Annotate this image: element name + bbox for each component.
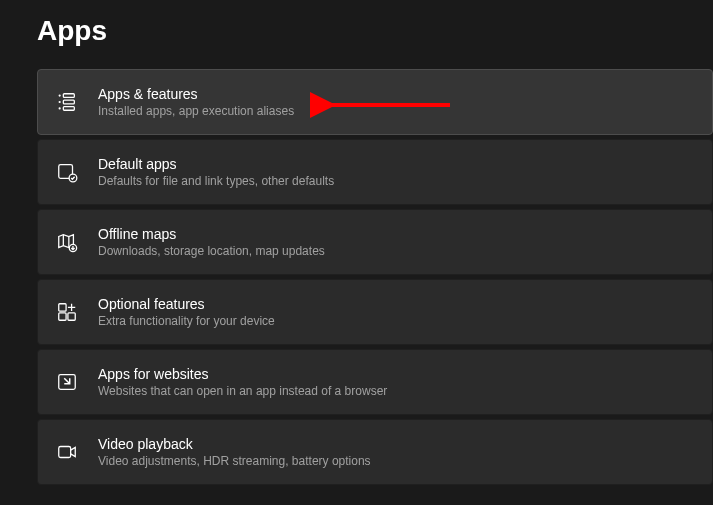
item-subtitle: Video adjustments, HDR streaming, batter… bbox=[98, 454, 371, 468]
item-subtitle: Defaults for file and link types, other … bbox=[98, 174, 334, 188]
item-subtitle: Websites that can open in an app instead… bbox=[98, 384, 387, 398]
item-offline-maps[interactable]: Offline maps Downloads, storage location… bbox=[37, 209, 713, 275]
svg-point-1 bbox=[59, 101, 61, 103]
item-optional-features[interactable]: Optional features Extra functionality fo… bbox=[37, 279, 713, 345]
item-apps-for-websites[interactable]: Apps for websites Websites that can open… bbox=[37, 349, 713, 415]
item-title: Apps & features bbox=[98, 86, 294, 102]
item-title: Optional features bbox=[98, 296, 275, 312]
default-apps-icon bbox=[56, 161, 78, 183]
settings-list: Apps & features Installed apps, app exec… bbox=[0, 47, 713, 485]
item-title: Video playback bbox=[98, 436, 371, 452]
page-title: Apps bbox=[0, 0, 713, 47]
item-video-playback[interactable]: Video playback Video adjustments, HDR st… bbox=[37, 419, 713, 485]
svg-rect-5 bbox=[63, 107, 74, 111]
item-subtitle: Downloads, storage location, map updates bbox=[98, 244, 325, 258]
offline-maps-icon bbox=[56, 231, 78, 253]
item-subtitle: Installed apps, app execution aliases bbox=[98, 104, 294, 118]
apps-for-websites-icon bbox=[56, 371, 78, 393]
video-playback-icon bbox=[56, 441, 78, 463]
svg-rect-4 bbox=[63, 100, 74, 104]
svg-rect-11 bbox=[68, 313, 75, 320]
svg-rect-9 bbox=[59, 304, 66, 311]
item-title: Default apps bbox=[98, 156, 334, 172]
svg-rect-13 bbox=[59, 447, 71, 458]
svg-point-0 bbox=[59, 94, 61, 96]
item-title: Apps for websites bbox=[98, 366, 387, 382]
svg-point-2 bbox=[59, 107, 61, 109]
item-default-apps[interactable]: Default apps Defaults for file and link … bbox=[37, 139, 713, 205]
svg-rect-10 bbox=[59, 313, 66, 320]
item-title: Offline maps bbox=[98, 226, 325, 242]
optional-features-icon bbox=[56, 301, 78, 323]
item-apps-and-features[interactable]: Apps & features Installed apps, app exec… bbox=[37, 69, 713, 135]
item-subtitle: Extra functionality for your device bbox=[98, 314, 275, 328]
svg-rect-3 bbox=[63, 94, 74, 98]
apps-and-features-icon bbox=[56, 91, 78, 113]
